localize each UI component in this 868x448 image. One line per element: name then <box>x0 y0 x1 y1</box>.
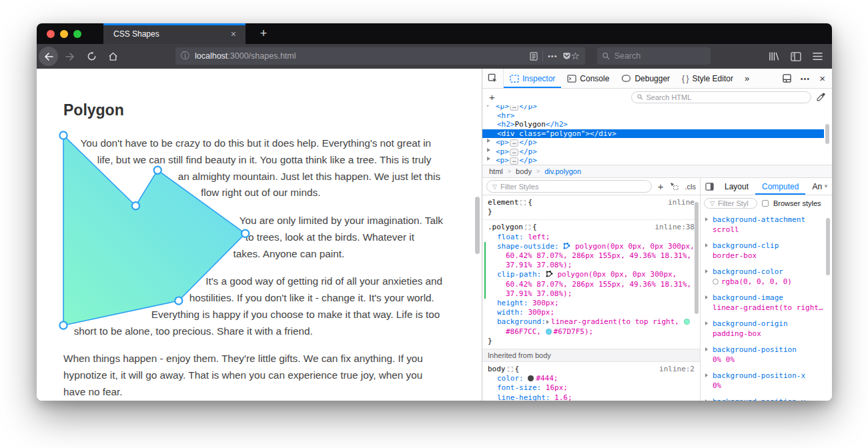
computed-property[interactable]: background-image linear-gradient(to righ… <box>705 293 828 313</box>
color-swatch[interactable] <box>528 375 534 381</box>
color-swatch[interactable] <box>684 319 690 325</box>
devtools-menu-icon[interactable]: ••• <box>801 75 811 83</box>
expand-twisty-icon[interactable] <box>487 148 490 152</box>
filter-styles-field[interactable]: ▽ <box>704 198 757 209</box>
tab-layout[interactable]: Layout <box>718 178 755 195</box>
dock-side-icon[interactable] <box>783 74 791 83</box>
hamburger-menu-icon[interactable] <box>813 52 823 61</box>
tab-console[interactable]: Console <box>561 69 615 88</box>
computed-property[interactable]: background-attachment scroll <box>705 215 828 235</box>
expand-twisty-icon[interactable] <box>487 139 490 143</box>
rule-location-link[interactable]: inline:2 <box>659 365 695 374</box>
search-html-field[interactable] <box>631 91 811 103</box>
expand-twisty-icon[interactable] <box>705 321 708 325</box>
shape-vertex-handle[interactable] <box>175 297 182 305</box>
expand-twisty-icon[interactable] <box>705 243 708 247</box>
expand-twisty-icon[interactable] <box>705 373 708 377</box>
ellipsis-badge[interactable]: … <box>510 105 518 111</box>
page-scrollbar[interactable] <box>475 197 480 254</box>
toggle-classes-button[interactable]: .cls <box>685 183 697 191</box>
sidebar-toggle-icon[interactable] <box>791 52 801 61</box>
shape-vertex-handle[interactable] <box>132 202 139 209</box>
add-rule-button[interactable]: + <box>658 181 664 192</box>
css-prop-width[interactable]: width: 300px; <box>482 308 700 317</box>
tab-inspector[interactable]: Inspector <box>504 69 561 88</box>
css-prop-color[interactable]: color: #444; <box>482 374 700 383</box>
computed-property[interactable]: background-position 0% 0% <box>705 345 828 365</box>
shape-vertex-handle[interactable] <box>242 230 249 237</box>
rule-location-link[interactable]: inline <box>668 198 695 207</box>
eyedropper-icon[interactable] <box>817 93 825 101</box>
pocket-icon[interactable] <box>562 52 571 61</box>
computed-property[interactable]: background-origin padding-box <box>705 319 828 339</box>
css-prop-height[interactable]: height: 300px; <box>482 299 700 308</box>
tab-style-editor[interactable]: { } Style Editor <box>676 69 739 88</box>
breadcrumb-html[interactable]: html <box>489 167 503 175</box>
ellipsis-badge[interactable]: … <box>510 149 518 156</box>
home-button[interactable] <box>103 47 122 66</box>
site-info-icon[interactable]: ⓘ <box>181 50 189 62</box>
body-rule-selector[interactable]: inline:2 body{ <box>482 365 700 374</box>
css-prop-background[interactable]: background:linear-gradient(to top right,… <box>482 317 700 336</box>
more-tabs-button[interactable]: » <box>739 69 755 88</box>
selector-highlighter-icon[interactable] <box>520 200 526 205</box>
macos-close-button[interactable] <box>47 30 55 38</box>
computed-property[interactable]: background-clip border-box <box>705 241 828 261</box>
css-prop-shape-outside[interactable]: shape-outside: polygon(0px 0px, 0px 300p… <box>486 242 700 271</box>
markup-row-collapsed-p[interactable]: <p>…</p> <box>482 156 832 165</box>
new-tab-button[interactable]: + <box>252 23 275 44</box>
search-html-input[interactable] <box>646 93 805 101</box>
expand-twisty-icon[interactable] <box>705 217 708 221</box>
computed-scrollbar[interactable] <box>826 218 830 275</box>
page-actions-icon[interactable]: ••• <box>548 52 558 60</box>
tab-close-icon[interactable]: × <box>228 28 239 40</box>
reader-mode-icon[interactable] <box>530 52 538 61</box>
macos-zoom-button[interactable] <box>73 30 81 38</box>
markup-scrollbar[interactable] <box>825 124 829 144</box>
css-prop-clip-path[interactable]: clip-path: polygon(0px 0px, 0px 300px, 6… <box>486 270 700 299</box>
computed-filter-input[interactable] <box>718 199 751 207</box>
shape-vertex-handle[interactable] <box>59 131 67 139</box>
expand-value-twisty-icon[interactable] <box>546 320 549 324</box>
expand-twisty-icon[interactable] <box>487 105 490 107</box>
devtools-close-icon[interactable]: × <box>819 73 825 84</box>
library-icon[interactable] <box>769 51 779 61</box>
browser-tab[interactable]: CSS Shapes × <box>103 23 246 44</box>
filter-styles-field[interactable]: ▽ <box>486 180 652 193</box>
node-picker-button[interactable] <box>482 69 504 88</box>
computed-property[interactable]: background-position-x 0% <box>705 371 828 391</box>
expand-twisty-icon[interactable] <box>705 295 708 299</box>
reload-button[interactable] <box>82 47 101 66</box>
expand-twisty-icon[interactable] <box>487 157 490 161</box>
browser-styles-checkbox[interactable] <box>762 200 769 207</box>
computed-property[interactable]: background-color rgba(0, 0, 0, 0) <box>705 267 828 287</box>
css-prop-float[interactable]: float: left; <box>482 233 700 242</box>
css-prop-line-height[interactable]: line-height: 1.6; <box>482 393 700 401</box>
expand-twisty-icon[interactable] <box>705 269 708 273</box>
rules-scrollbar[interactable] <box>695 202 699 314</box>
css-prop-font-size[interactable]: font-size: 16px; <box>482 383 700 393</box>
expand-twisty-icon[interactable] <box>705 399 708 401</box>
markup-row-hr[interactable]: <hr> <box>482 111 832 121</box>
forward-button[interactable] <box>61 47 79 66</box>
bookmark-star-icon[interactable]: ☆ <box>571 50 580 62</box>
pseudo-class-icon[interactable] <box>670 182 679 191</box>
color-swatch[interactable] <box>546 329 552 335</box>
polygon-rule-selector[interactable]: inline:38 .polygon{ <box>482 223 700 232</box>
tab-computed[interactable]: Computed <box>755 178 805 195</box>
ellipsis-badge[interactable]: … <box>510 157 518 165</box>
element-rule-selector[interactable]: inline element{ <box>482 198 700 207</box>
tab-debugger[interactable]: Debugger <box>615 69 676 88</box>
search-bar[interactable] <box>597 47 711 65</box>
rule-location-link[interactable]: inline:38 <box>655 223 695 232</box>
collapse-sidebar-button[interactable] <box>701 178 718 195</box>
expand-twisty-icon[interactable] <box>705 347 708 351</box>
filter-styles-input[interactable] <box>500 183 646 191</box>
shape-editor-icon[interactable] <box>563 243 570 249</box>
markup-row-selected-div[interactable]: <div class="polygon"></div> <box>482 129 824 139</box>
ellipsis-badge[interactable]: … <box>510 139 518 147</box>
markup-row-collapsed-p[interactable]: <p>…</p> <box>482 138 832 147</box>
markup-row-collapsed-p[interactable]: <p>…</p> <box>482 105 832 111</box>
shape-vertex-handle[interactable] <box>59 321 67 329</box>
breadcrumb-body[interactable]: body <box>516 167 532 175</box>
